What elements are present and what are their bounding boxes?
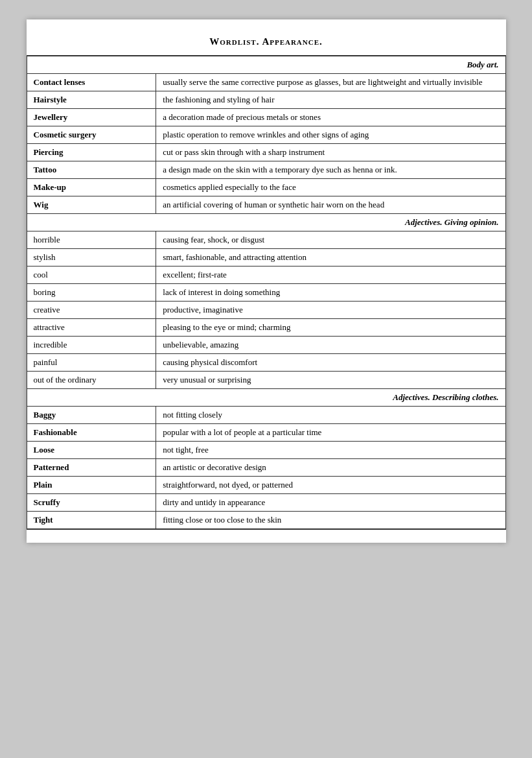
term-cell: Make-up xyxy=(27,179,156,196)
section-header: Adjectives. Giving opinion. xyxy=(27,214,505,231)
definition-cell: the fashioning and styling of hair xyxy=(156,91,505,109)
definition-cell: straightforward, not dyed, or patterned xyxy=(156,477,505,494)
definition-cell: an artificial covering of human or synth… xyxy=(156,196,505,214)
term-cell: Loose xyxy=(27,442,156,459)
definition-cell: unbelievable, amazing xyxy=(156,337,505,354)
definition-cell: productive, imaginative xyxy=(156,302,505,319)
definition-cell: causing physical discomfort xyxy=(156,354,505,372)
section-header: Adjectives. Describing clothes. xyxy=(27,389,505,407)
term-cell: creative xyxy=(27,302,156,319)
definition-cell: not fitting closely xyxy=(156,407,505,424)
term-cell: Wig xyxy=(27,196,156,214)
wordlist-table: Body art.Contact lensesusually serve the… xyxy=(27,55,506,530)
term-cell: attractive xyxy=(27,319,156,337)
definition-cell: cut or pass skin through with a sharp in… xyxy=(156,144,505,161)
term-cell: boring xyxy=(27,284,156,302)
term-cell: Hairstyle xyxy=(27,91,156,109)
definition-cell: plastic operation to remove wrinkles and… xyxy=(156,126,505,144)
definition-cell: an artistic or decorative design xyxy=(156,459,505,477)
definition-cell: cosmetics applied especially to the face xyxy=(156,179,505,196)
term-cell: painful xyxy=(27,354,156,372)
definition-cell: causing fear, shock, or disgust xyxy=(156,231,505,249)
term-cell: Tattoo xyxy=(27,161,156,179)
page-container: Wordlist. Appearance. Body art.Contact l… xyxy=(27,19,506,543)
term-cell: horrible xyxy=(27,231,156,249)
page-title: Wordlist. Appearance. xyxy=(27,32,506,53)
definition-cell: excellent; first-rate xyxy=(156,266,505,284)
definition-cell: dirty and untidy in appearance xyxy=(156,494,505,512)
term-cell: Contact lenses xyxy=(27,74,156,91)
term-cell: Jewellery xyxy=(27,109,156,126)
term-cell: Patterned xyxy=(27,459,156,477)
definition-cell: popular with a lot of people at a partic… xyxy=(156,424,505,442)
term-cell: Cosmetic surgery xyxy=(27,126,156,144)
term-cell: Plain xyxy=(27,477,156,494)
definition-cell: a design made on the skin with a tempora… xyxy=(156,161,505,179)
term-cell: Tight xyxy=(27,512,156,530)
term-cell: Fashionable xyxy=(27,424,156,442)
term-cell: out of the ordinary xyxy=(27,372,156,389)
term-cell: Piercing xyxy=(27,144,156,161)
term-cell: incredible xyxy=(27,337,156,354)
definition-cell: pleasing to the eye or mind; charming xyxy=(156,319,505,337)
term-cell: stylish xyxy=(27,249,156,266)
section-header: Body art. xyxy=(27,56,505,74)
definition-cell: not tight, free xyxy=(156,442,505,459)
definition-cell: a decoration made of precious metals or … xyxy=(156,109,505,126)
definition-cell: usually serve the same corrective purpos… xyxy=(156,74,505,91)
definition-cell: very unusual or surprising xyxy=(156,372,505,389)
definition-cell: lack of interest in doing something xyxy=(156,284,505,302)
definition-cell: fitting close or too close to the skin xyxy=(156,512,505,530)
definition-cell: smart, fashionable, and attracting atten… xyxy=(156,249,505,266)
term-cell: cool xyxy=(27,266,156,284)
term-cell: Baggy xyxy=(27,407,156,424)
term-cell: Scruffy xyxy=(27,494,156,512)
